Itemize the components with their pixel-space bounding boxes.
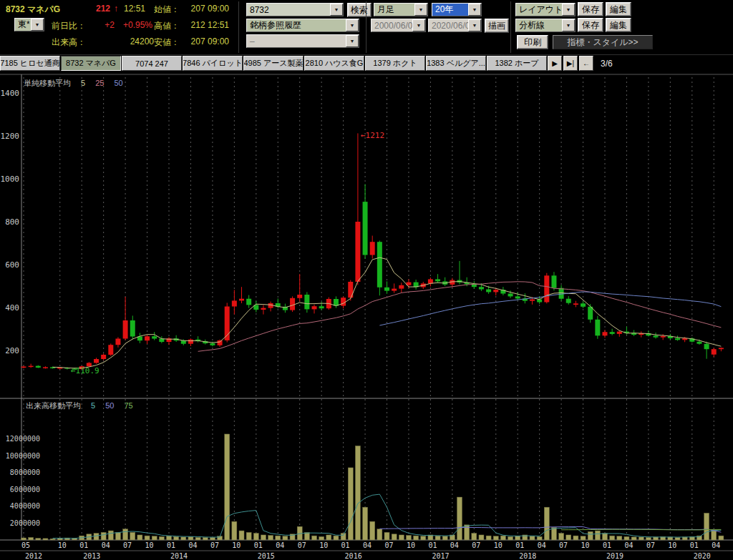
analysis-save-button[interactable]: 保存 [578,18,603,32]
chart-area[interactable]: 1400120010008006004002001200000010000000… [0,72,733,560]
svg-text:10: 10 [407,541,415,549]
svg-text:4000000: 4000000 [10,502,40,510]
ma5-period: 5 [81,79,85,87]
up-arrow-icon: ↑ [114,4,118,14]
svg-text:10: 10 [232,541,241,549]
nav-next-button[interactable]: ▶ [548,56,562,71]
search-button[interactable]: 検索 [347,3,372,17]
ticker-tab[interactable]: 4985 アース製薬 [243,56,304,71]
nav-last-button[interactable]: ▶| [563,56,578,71]
svg-text:2017: 2017 [432,552,449,560]
chevron-down-icon[interactable]: ▼ [346,35,359,47]
divider [238,1,239,53]
layout-edit-button[interactable]: 編集 [606,2,631,16]
divider [0,54,733,55]
chevron-down-icon[interactable]: ▼ [412,19,425,31]
svg-text:2015: 2015 [258,552,275,560]
svg-text:400: 400 [5,303,19,313]
ma25-period: 25 [95,79,104,87]
svg-text:600: 600 [5,260,19,270]
layout-save-button[interactable]: 保存 [578,2,603,16]
date-to-dropdown[interactable]: 2020/06/05 ▼ [428,19,482,32]
svg-text:800: 800 [5,217,19,227]
date-from-dropdown[interactable]: 2000/06/05 ▼ [371,19,426,32]
vol-ma75-period: 75 [124,401,132,410]
divider [510,1,511,53]
svg-text:10: 10 [581,541,590,549]
svg-text:07: 07 [298,541,306,549]
svg-text:2013: 2013 [83,552,100,560]
svg-text:←1212: ←1212 [361,131,384,140]
chevron-down-icon[interactable]: ▼ [468,19,481,31]
chevron-down-icon[interactable]: ▼ [346,19,359,31]
analysis-edit-button[interactable]: 編集 [606,18,631,32]
indicator-style-button[interactable]: 指標・スタイル>> [553,35,653,49]
memo-dropdown[interactable]: – ▼ [246,34,359,48]
chevron-down-icon[interactable]: ▼ [562,4,575,16]
ticker-tab[interactable]: 7074 247 [122,56,182,71]
print-button[interactable]: 印刷 [517,35,548,49]
svg-text:07: 07 [646,541,655,549]
stock-code-name: 8732 マネパG [6,4,60,16]
svg-text:01: 01 [515,541,524,549]
ticker-tab[interactable]: 7185 ヒロセ通商 [0,56,60,71]
chevron-down-icon[interactable]: ▼ [31,19,44,31]
symbol-input[interactable]: 8732 ▼ [246,3,344,16]
volume-value: 24200 [104,36,154,46]
vol-ma50-period: 50 [105,401,114,410]
vol-ma5-period: 5 [91,401,95,410]
volume-indicator-legend: 出来高移動平均55075 [26,401,143,411]
span-dropdown[interactable]: 20年 ▼ [432,3,482,16]
analysis-dropdown[interactable]: 分析線 ▼ [515,19,576,32]
svg-text:07: 07 [559,541,568,549]
svg-text:04: 04 [363,541,372,549]
prev-diff-pct: +0.95% [117,20,152,30]
header: 8732 マネパG 212 ↑ 12:51 始値： 207 09:00 東* ▼… [0,0,733,55]
ticker-tab[interactable]: 1383 ベルグア... [426,56,486,71]
ticker-tab[interactable]: 2810 ハウス食G [304,56,364,71]
svg-text:10000000: 10000000 [6,452,40,460]
svg-text:07: 07 [210,541,219,549]
volume-label: 出来高： [52,36,86,49]
prev-diff-label: 前日比： [52,20,86,32]
draw-button[interactable]: 描画 [485,19,509,33]
price-indicator-legend: 単純移動平均52550 [24,78,133,89]
ticker-tab[interactable]: 1379 ホクト [365,56,425,71]
svg-text:10: 10 [668,541,676,549]
divider [366,1,366,53]
chevron-down-icon[interactable]: ▼ [562,19,575,31]
ticker-tab[interactable]: 1382 ホープ [487,56,547,71]
period-dropdown[interactable]: 月足 ▼ [374,3,428,16]
svg-text:2012: 2012 [25,552,42,560]
chevron-down-icon[interactable]: ▼ [414,4,427,16]
market-dropdown[interactable]: 東* ▼ [14,18,44,31]
svg-text:04: 04 [450,541,459,549]
svg-text:05: 05 [21,541,30,549]
svg-text:07: 07 [123,541,132,549]
history-dropdown[interactable]: 銘柄参照履歴 ▼ [246,19,359,32]
chevron-down-icon[interactable]: ▼ [468,4,481,16]
svg-text:04: 04 [538,541,546,549]
svg-text:01: 01 [603,541,611,549]
svg-text:01: 01 [167,541,175,549]
nav-back-button[interactable]: ← [579,56,593,71]
svg-text:10: 10 [145,541,154,549]
svg-text:01: 01 [254,541,263,549]
svg-text:←110.9: ←110.9 [71,366,99,375]
ticker-tabs: 7185 ヒロセ通商8732 マネパG7074 2477846 パイロット498… [0,56,733,72]
svg-text:07: 07 [472,541,480,549]
layout-dropdown[interactable]: レイアウト ▼ [515,3,576,16]
svg-text:2020: 2020 [694,552,711,560]
volume-indicator-label: 出来高移動平均 [26,401,81,410]
svg-text:1000: 1000 [1,175,20,184]
ticker-tab[interactable]: 7846 パイロット [183,56,243,71]
chart-svg[interactable]: 1400120010008006004002001200000010000000… [0,72,733,560]
svg-text:01: 01 [341,541,350,549]
chevron-down-icon[interactable]: ▼ [330,4,343,16]
svg-text:2019: 2019 [606,552,623,560]
ticker-tab[interactable]: 8732 マネパG [61,56,121,71]
svg-text:01: 01 [428,541,437,549]
low-value: 207 09:00 [178,36,229,46]
svg-text:07: 07 [384,541,393,549]
svg-text:10: 10 [58,541,67,549]
